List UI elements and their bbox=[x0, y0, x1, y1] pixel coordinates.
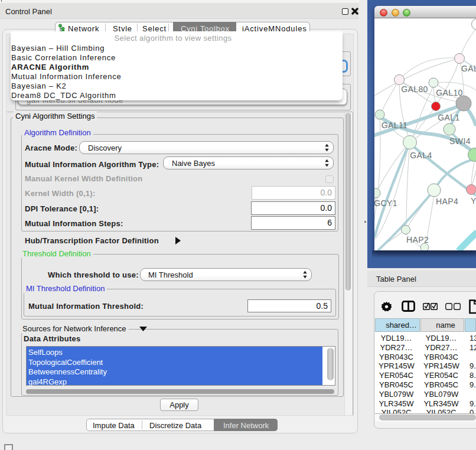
svg-text:GAL11: GAL11 bbox=[382, 120, 408, 130]
svg-text:GCY1: GCY1 bbox=[374, 198, 397, 208]
svg-text:HAP2: HAP2 bbox=[406, 235, 429, 244]
svg-text:SWI4: SWI4 bbox=[449, 136, 471, 146]
svg-text:GAL80: GAL80 bbox=[401, 84, 428, 94]
svg-text:GAL: GAL bbox=[461, 64, 476, 73]
svg-text:Y: Y bbox=[471, 196, 476, 206]
svg-text:GAL1: GAL1 bbox=[438, 113, 459, 122]
svg-text:GAL4: GAL4 bbox=[410, 151, 432, 160]
svg-text:HAP4: HAP4 bbox=[436, 197, 458, 206]
svg-text:GAL10: GAL10 bbox=[436, 88, 463, 97]
